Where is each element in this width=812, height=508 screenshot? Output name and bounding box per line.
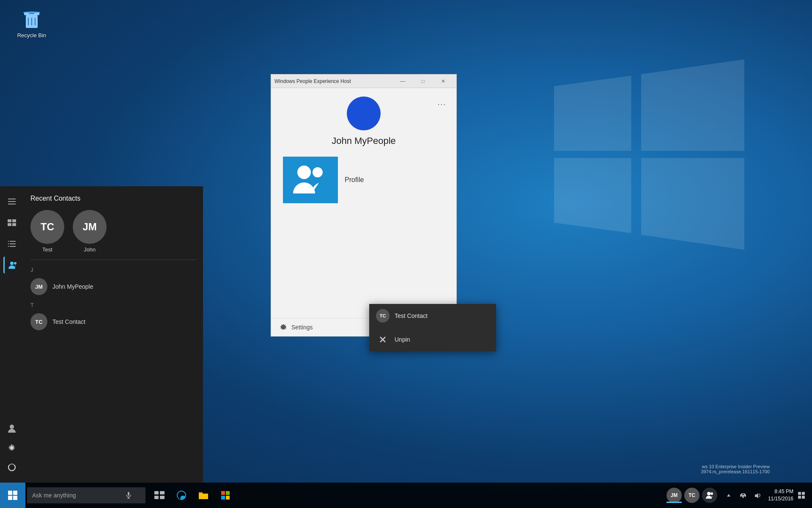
pinned-contact-tc[interactable]: TC — [684, 488, 700, 503]
explorer-button[interactable] — [193, 483, 214, 508]
svg-rect-39 — [221, 491, 225, 495]
power-icon[interactable] — [3, 459, 20, 476]
close-button[interactable]: ✕ — [433, 75, 453, 88]
panel-sidebar — [0, 186, 24, 483]
start-icon — [8, 491, 17, 500]
recycle-bin-image — [21, 8, 43, 30]
hamburger-menu-icon[interactable] — [3, 193, 20, 210]
store-button[interactable] — [215, 483, 236, 508]
recycle-bin-label: Recycle Bin — [17, 32, 47, 39]
contact-active-indicator — [667, 502, 682, 503]
taskbar-apps — [149, 483, 236, 508]
profile-tile-icon — [283, 157, 338, 203]
svg-rect-9 — [8, 204, 16, 204]
edge-button[interactable] — [171, 483, 192, 508]
taskview-button[interactable] — [149, 483, 170, 508]
svg-rect-48 — [798, 496, 801, 499]
edge-icon — [175, 489, 188, 502]
avatar-jm-large: JM — [73, 210, 107, 244]
context-label-test-contact: Test Contact — [395, 312, 428, 319]
context-item-unpin[interactable]: Unpin — [369, 328, 496, 351]
svg-rect-38 — [160, 496, 165, 499]
svg-rect-29 — [13, 491, 17, 495]
svg-rect-14 — [10, 241, 16, 242]
window-title: Windows People Experience Host — [274, 78, 393, 84]
svg-point-21 — [14, 262, 16, 265]
context-item-test-contact[interactable]: TC Test Contact — [369, 304, 496, 328]
pinned-contacts: JM TC — [667, 488, 717, 503]
svg-rect-8 — [8, 201, 16, 202]
svg-point-26 — [313, 167, 323, 177]
people-taskbar-button[interactable] — [702, 488, 717, 503]
taskbar: JM TC — [0, 483, 812, 508]
search-input[interactable] — [32, 492, 125, 499]
chevron-up-icon[interactable] — [722, 489, 735, 502]
svg-rect-12 — [8, 223, 11, 226]
people-experience-window: Windows People Experience Host — □ ✕ Joh… — [271, 74, 457, 337]
settings-sidebar-icon[interactable] — [3, 439, 20, 456]
clock-date: 11/15/2016 — [768, 495, 793, 502]
window-footer-label: Settings — [291, 324, 313, 331]
avatar-tc-small: TC — [30, 313, 47, 330]
group-letter-t: T — [24, 298, 203, 310]
list-item-jm[interactable]: JM John MyPeople — [24, 275, 203, 298]
recent-contact-jm[interactable]: JM John — [73, 210, 107, 253]
windows-logo-watermark — [554, 59, 744, 251]
list-icon[interactable] — [3, 235, 20, 252]
svg-rect-16 — [10, 243, 16, 244]
microphone-icon — [125, 492, 132, 499]
network-icon[interactable] — [737, 489, 749, 502]
svg-rect-18 — [10, 246, 16, 247]
search-bar[interactable] — [27, 487, 145, 503]
recent-contacts-row: TC Test JM John — [24, 207, 203, 260]
panel-sidebar-bottom — [0, 420, 24, 483]
svg-rect-11 — [12, 219, 16, 222]
profile-avatar — [347, 97, 381, 130]
taskbar-clock[interactable]: 8:45 PM 11/15/2016 — [768, 488, 793, 502]
account-icon[interactable] — [3, 420, 20, 437]
minimize-button[interactable]: — — [393, 75, 412, 88]
profile-name: John MyPeople — [332, 135, 396, 146]
svg-rect-13 — [12, 223, 16, 226]
svg-rect-46 — [798, 492, 801, 495]
window-body: John MyPeople ··· Profile — [271, 88, 456, 318]
group-letter-j: J — [24, 263, 203, 275]
settings-gear-icon — [280, 323, 287, 331]
pinned-contact-jm[interactable]: JM — [667, 488, 682, 503]
panel-content: Recent Contacts TC Test JM John J JM Joh… — [24, 186, 203, 483]
svg-point-25 — [297, 166, 311, 179]
svg-rect-15 — [8, 241, 9, 242]
svg-rect-35 — [154, 491, 159, 494]
profile-tile-label: Profile — [345, 176, 364, 184]
more-options-button[interactable]: ··· — [434, 97, 450, 112]
volume-icon[interactable] — [751, 489, 764, 502]
profile-tile[interactable]: Profile — [280, 153, 448, 207]
avatar-jm-small: JM — [30, 278, 47, 295]
svg-rect-36 — [160, 491, 165, 494]
svg-rect-32 — [128, 492, 129, 496]
svg-rect-28 — [8, 491, 12, 495]
context-avatar-tc: TC — [376, 309, 390, 323]
svg-rect-17 — [8, 243, 9, 244]
svg-rect-41 — [221, 496, 225, 500]
unpin-icon — [376, 333, 390, 346]
people-nav-icon[interactable] — [3, 257, 20, 273]
svg-rect-30 — [8, 496, 12, 500]
maximize-button[interactable]: □ — [413, 75, 433, 88]
recent-contact-tc[interactable]: TC Test — [30, 210, 64, 253]
gallery-icon[interactable] — [3, 214, 20, 231]
recycle-bin-icon[interactable]: Recycle Bin — [13, 8, 51, 39]
start-button[interactable] — [0, 483, 25, 508]
svg-rect-47 — [802, 492, 805, 495]
store-icon — [219, 489, 232, 502]
taskbar-right: JM TC — [667, 488, 812, 503]
svg-rect-10 — [8, 219, 11, 222]
svg-rect-40 — [226, 491, 230, 495]
svg-rect-31 — [13, 496, 17, 500]
list-item-tc[interactable]: TC Test Contact — [24, 310, 203, 334]
explorer-icon — [197, 489, 210, 502]
taskview-icon — [153, 489, 166, 502]
notification-center-button[interactable] — [795, 489, 808, 502]
svg-point-45 — [742, 497, 743, 498]
clock-time: 8:45 PM — [774, 488, 793, 495]
